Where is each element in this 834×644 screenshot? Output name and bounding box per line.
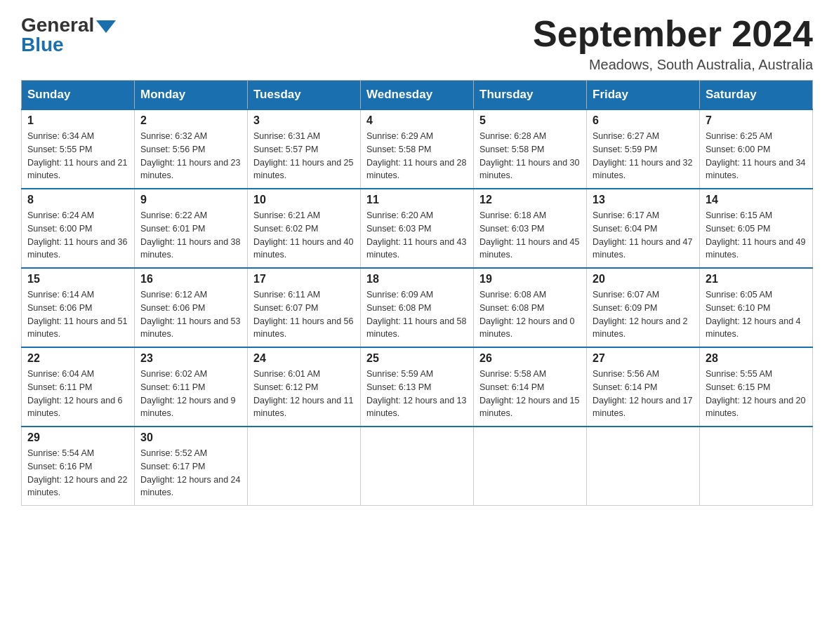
day-number: 28 <box>706 352 807 365</box>
calendar-cell: 26Sunrise: 5:58 AMSunset: 6:14 PMDayligh… <box>474 347 587 427</box>
day-info: Sunrise: 6:20 AMSunset: 6:03 PMDaylight:… <box>366 209 468 262</box>
calendar-cell: 6Sunrise: 6:27 AMSunset: 5:59 PMDaylight… <box>587 109 700 189</box>
day-number: 25 <box>366 352 468 365</box>
day-info: Sunrise: 5:56 AMSunset: 6:14 PMDaylight:… <box>593 368 694 420</box>
calendar-cell: 24Sunrise: 6:01 AMSunset: 6:12 PMDayligh… <box>248 347 361 427</box>
calendar-cell: 19Sunrise: 6:08 AMSunset: 6:08 PMDayligh… <box>474 268 587 347</box>
day-number: 2 <box>140 114 241 127</box>
calendar-cell: 9Sunrise: 6:22 AMSunset: 6:01 PMDaylight… <box>135 189 248 268</box>
day-number: 7 <box>706 114 807 127</box>
calendar-cell: 3Sunrise: 6:31 AMSunset: 5:57 PMDaylight… <box>248 109 361 189</box>
day-number: 4 <box>366 114 468 127</box>
day-info: Sunrise: 6:15 AMSunset: 6:05 PMDaylight:… <box>706 209 807 262</box>
day-info: Sunrise: 6:08 AMSunset: 6:08 PMDaylight:… <box>479 288 581 341</box>
day-info: Sunrise: 6:09 AMSunset: 6:08 PMDaylight:… <box>366 288 468 341</box>
week-row-4: 22Sunrise: 6:04 AMSunset: 6:11 PMDayligh… <box>22 347 813 427</box>
week-row-5: 29Sunrise: 5:54 AMSunset: 6:16 PMDayligh… <box>22 427 813 506</box>
calendar-cell: 1Sunrise: 6:34 AMSunset: 5:55 PMDaylight… <box>22 109 135 189</box>
day-number: 5 <box>479 114 581 127</box>
day-number: 10 <box>253 194 355 206</box>
calendar-cell <box>361 427 474 506</box>
calendar-cell: 18Sunrise: 6:09 AMSunset: 6:08 PMDayligh… <box>361 268 474 347</box>
col-header-wednesday: Wednesday <box>361 81 474 110</box>
day-info: Sunrise: 6:34 AMSunset: 5:55 PMDaylight:… <box>27 130 128 182</box>
day-number: 12 <box>479 194 581 206</box>
calendar-cell: 15Sunrise: 6:14 AMSunset: 6:06 PMDayligh… <box>22 268 135 347</box>
day-number: 6 <box>593 114 694 127</box>
calendar-cell <box>587 427 700 506</box>
day-number: 18 <box>366 273 468 286</box>
day-number: 17 <box>253 273 355 286</box>
calendar-cell: 17Sunrise: 6:11 AMSunset: 6:07 PMDayligh… <box>248 268 361 347</box>
day-info: Sunrise: 6:22 AMSunset: 6:01 PMDaylight:… <box>140 209 241 262</box>
day-info: Sunrise: 5:54 AMSunset: 6:16 PMDaylight:… <box>27 447 128 499</box>
day-info: Sunrise: 6:32 AMSunset: 5:56 PMDaylight:… <box>140 130 241 182</box>
calendar-cell: 12Sunrise: 6:18 AMSunset: 6:03 PMDayligh… <box>474 189 587 268</box>
calendar-cell: 4Sunrise: 6:29 AMSunset: 5:58 PMDaylight… <box>361 109 474 189</box>
day-info: Sunrise: 6:18 AMSunset: 6:03 PMDaylight:… <box>479 209 581 262</box>
calendar-cell: 29Sunrise: 5:54 AMSunset: 6:16 PMDayligh… <box>22 427 135 506</box>
calendar-cell: 21Sunrise: 6:05 AMSunset: 6:10 PMDayligh… <box>700 268 813 347</box>
col-header-saturday: Saturday <box>700 81 813 110</box>
logo: General Blue <box>21 14 116 56</box>
day-number: 11 <box>366 194 468 206</box>
title-block: September 2024 Meadows, South Australia,… <box>533 14 813 73</box>
day-info: Sunrise: 5:55 AMSunset: 6:15 PMDaylight:… <box>706 368 807 420</box>
day-number: 23 <box>140 352 241 365</box>
week-row-1: 1Sunrise: 6:34 AMSunset: 5:55 PMDaylight… <box>22 109 813 189</box>
calendar-cell: 25Sunrise: 5:59 AMSunset: 6:13 PMDayligh… <box>361 347 474 427</box>
day-info: Sunrise: 6:01 AMSunset: 6:12 PMDaylight:… <box>253 368 355 420</box>
col-header-tuesday: Tuesday <box>248 81 361 110</box>
day-number: 24 <box>253 352 355 365</box>
day-number: 30 <box>140 431 241 444</box>
day-number: 27 <box>593 352 694 365</box>
day-info: Sunrise: 6:21 AMSunset: 6:02 PMDaylight:… <box>253 209 355 262</box>
day-info: Sunrise: 6:27 AMSunset: 5:59 PMDaylight:… <box>593 130 694 182</box>
day-number: 13 <box>593 194 694 206</box>
day-info: Sunrise: 6:17 AMSunset: 6:04 PMDaylight:… <box>593 209 694 262</box>
calendar-cell: 30Sunrise: 5:52 AMSunset: 6:17 PMDayligh… <box>135 427 248 506</box>
calendar-cell: 10Sunrise: 6:21 AMSunset: 6:02 PMDayligh… <box>248 189 361 268</box>
day-info: Sunrise: 6:11 AMSunset: 6:07 PMDaylight:… <box>253 288 355 341</box>
day-info: Sunrise: 6:24 AMSunset: 6:00 PMDaylight:… <box>27 209 128 262</box>
calendar-cell: 2Sunrise: 6:32 AMSunset: 5:56 PMDaylight… <box>135 109 248 189</box>
calendar-cell: 8Sunrise: 6:24 AMSunset: 6:00 PMDaylight… <box>22 189 135 268</box>
day-number: 15 <box>27 273 128 286</box>
day-info: Sunrise: 5:59 AMSunset: 6:13 PMDaylight:… <box>366 368 468 420</box>
day-info: Sunrise: 6:25 AMSunset: 6:00 PMDaylight:… <box>706 130 807 182</box>
calendar-cell: 23Sunrise: 6:02 AMSunset: 6:11 PMDayligh… <box>135 347 248 427</box>
calendar-cell <box>248 427 361 506</box>
calendar-cell: 22Sunrise: 6:04 AMSunset: 6:11 PMDayligh… <box>22 347 135 427</box>
day-number: 26 <box>479 352 581 365</box>
location-subtitle: Meadows, South Australia, Australia <box>533 57 813 73</box>
day-info: Sunrise: 6:14 AMSunset: 6:06 PMDaylight:… <box>27 288 128 341</box>
logo-blue-text: Blue <box>21 34 64 56</box>
calendar-cell: 13Sunrise: 6:17 AMSunset: 6:04 PMDayligh… <box>587 189 700 268</box>
calendar-cell: 27Sunrise: 5:56 AMSunset: 6:14 PMDayligh… <box>587 347 700 427</box>
week-row-2: 8Sunrise: 6:24 AMSunset: 6:00 PMDaylight… <box>22 189 813 268</box>
day-info: Sunrise: 6:29 AMSunset: 5:58 PMDaylight:… <box>366 130 468 182</box>
col-header-thursday: Thursday <box>474 81 587 110</box>
day-number: 8 <box>27 194 128 206</box>
page-header: General Blue September 2024 Meadows, Sou… <box>21 14 813 73</box>
day-info: Sunrise: 6:04 AMSunset: 6:11 PMDaylight:… <box>27 368 128 420</box>
calendar-cell: 5Sunrise: 6:28 AMSunset: 5:58 PMDaylight… <box>474 109 587 189</box>
day-number: 1 <box>27 114 128 127</box>
calendar-cell <box>474 427 587 506</box>
week-row-3: 15Sunrise: 6:14 AMSunset: 6:06 PMDayligh… <box>22 268 813 347</box>
day-number: 20 <box>593 273 694 286</box>
month-title: September 2024 <box>533 14 813 54</box>
col-header-friday: Friday <box>587 81 700 110</box>
col-header-monday: Monday <box>135 81 248 110</box>
day-info: Sunrise: 6:07 AMSunset: 6:09 PMDaylight:… <box>593 288 694 341</box>
day-info: Sunrise: 6:31 AMSunset: 5:57 PMDaylight:… <box>253 130 355 182</box>
day-info: Sunrise: 6:28 AMSunset: 5:58 PMDaylight:… <box>479 130 581 182</box>
calendar-cell: 14Sunrise: 6:15 AMSunset: 6:05 PMDayligh… <box>700 189 813 268</box>
day-number: 3 <box>253 114 355 127</box>
day-number: 22 <box>27 352 128 365</box>
day-number: 29 <box>27 431 128 444</box>
day-info: Sunrise: 5:58 AMSunset: 6:14 PMDaylight:… <box>479 368 581 420</box>
calendar-table: SundayMondayTuesdayWednesdayThursdayFrid… <box>21 80 813 506</box>
day-info: Sunrise: 6:12 AMSunset: 6:06 PMDaylight:… <box>140 288 241 341</box>
day-number: 21 <box>706 273 807 286</box>
